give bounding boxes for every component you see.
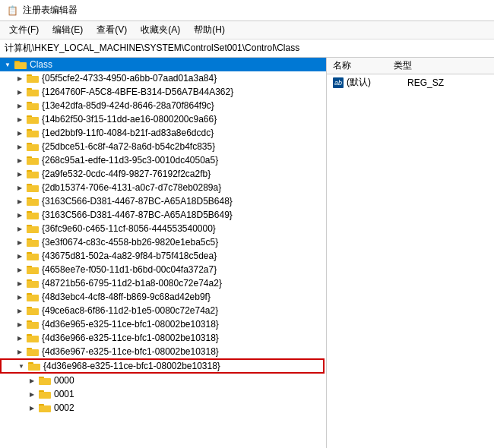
- tree-item-item-18[interactable]: ▶{49ce6ac8-6f86-11d2-b1e5-0080c72e74a2}: [0, 304, 326, 317]
- expand-icon[interactable]: ▶: [14, 308, 26, 314]
- expand-icon[interactable]: ▶: [14, 198, 26, 205]
- expand-icon[interactable]: ▶: [14, 321, 26, 328]
- expand-icon[interactable]: ▶: [14, 130, 26, 137]
- menu-item-v[interactable]: 查看(V): [90, 22, 133, 38]
- tree-item-label: {1264760F-A5C8-4BFE-B314-D56A7B44A362}: [42, 87, 233, 97]
- svg-rect-17: [27, 172, 39, 178]
- tree-item-item-22-0[interactable]: ▶0000: [0, 374, 326, 387]
- svg-rect-23: [27, 213, 39, 219]
- menu-item-e[interactable]: 编辑(E): [46, 22, 89, 38]
- expand-icon[interactable]: ▼: [15, 363, 27, 370]
- folder-icon: [38, 402, 52, 413]
- expand-icon[interactable]: ▶: [14, 349, 26, 355]
- tree-item-label: {4d36e968-e325-11ce-bfc1-08002be10318}: [43, 361, 220, 371]
- svg-rect-37: [27, 308, 39, 315]
- tree-item-item-20[interactable]: ▶{4d36e966-e325-11ce-bfc1-08002be10318}: [0, 331, 326, 345]
- address-bar: 计算机\HKEY_LOCAL_MACHINE\SYSTEM\ControlSet…: [0, 39, 494, 58]
- expand-icon[interactable]: ▶: [14, 103, 26, 109]
- folder-icon: [38, 389, 52, 399]
- svg-rect-7: [27, 103, 39, 110]
- menu-bar: 文件(F)编辑(E)查看(V)收藏夹(A)帮助(H): [0, 21, 494, 39]
- value-name: (默认): [347, 76, 407, 89]
- tree-item-item-22-2[interactable]: ▶0002: [0, 401, 326, 415]
- folder-icon: [26, 100, 40, 111]
- tree-item-label: 0002: [54, 402, 74, 413]
- tree-item-label: {36fc9e60-c465-11cf-8056-444553540000}: [42, 223, 216, 234]
- expand-icon[interactable]: ▶: [14, 335, 26, 342]
- svg-rect-9: [27, 117, 39, 124]
- expand-icon[interactable]: ▶: [14, 116, 26, 123]
- svg-rect-3: [27, 76, 39, 83]
- expand-icon[interactable]: ▶: [14, 89, 26, 96]
- tree-item-item-22-1[interactable]: ▶0001: [0, 387, 326, 401]
- expand-icon[interactable]: ▼: [2, 62, 14, 68]
- svg-rect-35: [27, 295, 39, 301]
- tree-item-item-1[interactable]: ▶{05f5cfe2-4733-4950-a6bb-07aad01a3a84}: [0, 71, 326, 85]
- menu-item-h[interactable]: 帮助(H): [188, 22, 231, 38]
- tree-item-label: {25dbce51-6c8f-4a72-8a6d-b54c2b4fc835}: [42, 141, 215, 152]
- folder-icon: [26, 210, 40, 220]
- folder-icon: [26, 73, 40, 84]
- tree-item-label: {48d3ebc4-4cf8-48ff-b869-9c68ad42eb9f}: [42, 292, 211, 302]
- tree-item-item-6[interactable]: ▶{25dbce51-6c8f-4a72-8a6d-b54c2b4fc835}: [0, 140, 326, 153]
- tree-item-item-15[interactable]: ▶{4658ee7e-f050-11d1-b6bd-00c04fa372a7}: [0, 263, 326, 276]
- svg-rect-31: [27, 267, 39, 274]
- svg-rect-51: [39, 405, 51, 412]
- folder-icon: [26, 182, 40, 193]
- tree-item-item-3[interactable]: ▶{13e42dfa-85d9-424d-8646-28a70f864f9c}: [0, 99, 326, 112]
- svg-rect-13: [27, 144, 39, 151]
- tree-item-item-7[interactable]: ▶{268c95a1-edfe-11d3-95c3-0010dc4050a5}: [0, 153, 326, 167]
- folder-icon: [14, 59, 27, 70]
- expand-icon[interactable]: ▶: [14, 280, 26, 287]
- expand-icon[interactable]: ▶: [14, 171, 26, 178]
- tree-item-item-19[interactable]: ▶{4d36e965-e325-11ce-bfc1-08002be10318}: [0, 317, 326, 331]
- tree-item-item-9[interactable]: ▶{2db15374-706e-4131-a0c7-d7c78eb0289a}: [0, 181, 326, 194]
- folder-icon: [26, 128, 40, 138]
- registry-value-row[interactable]: ab (默认) REG_SZ: [327, 74, 494, 90]
- tree-item-item-4[interactable]: ▶{14b62f50-3f15-11dd-ae16-0800200c9a66}: [0, 112, 326, 126]
- tree-item-label: {4d36e965-e325-11ce-bfc1-08002be10318}: [42, 319, 219, 330]
- expand-icon[interactable]: ▶: [26, 377, 38, 384]
- tree-item-item-21[interactable]: ▶{4d36e967-e325-11ce-bfc1-08002be10318}: [0, 345, 326, 358]
- menu-item-a[interactable]: 收藏夹(A): [135, 22, 186, 38]
- tree-item-item-13[interactable]: ▶{3e3f0674-c83c-4558-bb26-9820e1eba5c5}: [0, 235, 326, 249]
- tree-panel[interactable]: ▼Class▶{05f5cfe2-4733-4950-a6bb-07aad01a…: [0, 58, 327, 448]
- tree-item-item-5[interactable]: ▶{1ed2bbf9-11f0-4084-b21f-ad83a8e6dcdc}: [0, 126, 326, 140]
- folder-icon: [26, 251, 40, 261]
- tree-item-label: {3163C566-D381-4467-87BC-A65A18D5B648}: [42, 196, 233, 207]
- tree-item-item-2[interactable]: ▶{1264760F-A5C8-4BFE-B314-D56A7B44A362}: [0, 85, 326, 99]
- expand-icon[interactable]: ▶: [14, 226, 26, 232]
- tree-item-item-16[interactable]: ▶{48721b56-6795-11d2-b1a8-0080c72e74a2}: [0, 276, 326, 290]
- tree-item-class-root[interactable]: ▼Class: [0, 58, 326, 71]
- tree-item-label: 0001: [54, 389, 74, 399]
- tree-item-label: {3e3f0674-c83c-4558-bb26-9820e1eba5c5}: [42, 237, 218, 248]
- expand-icon[interactable]: ▶: [14, 144, 26, 150]
- expand-icon[interactable]: ▶: [14, 239, 26, 246]
- expand-icon[interactable]: ▶: [26, 405, 38, 412]
- folder-icon: [26, 223, 40, 234]
- col-header-type: 类型: [394, 59, 454, 72]
- tree-item-item-12[interactable]: ▶{36fc9e60-c465-11cf-8056-444553540000}: [0, 222, 326, 235]
- expand-icon[interactable]: ▶: [14, 267, 26, 273]
- expand-icon[interactable]: ▶: [14, 294, 26, 301]
- folder-icon: [26, 292, 40, 302]
- expand-icon[interactable]: ▶: [14, 253, 26, 260]
- tree-item-item-11[interactable]: ▶{3163C566-D381-4467-87BC-A65A18D5B649}: [0, 208, 326, 222]
- folder-icon: [26, 346, 40, 357]
- folder-icon: [26, 305, 40, 316]
- menu-item-f[interactable]: 文件(F): [3, 22, 45, 38]
- folder-icon: [26, 319, 40, 330]
- expand-icon[interactable]: ▶: [26, 391, 38, 398]
- expand-icon[interactable]: ▶: [14, 75, 26, 82]
- tree-item-label: {1ed2bbf9-11f0-4084-b21f-ad83a8e6dcdc}: [42, 128, 214, 138]
- tree-item-item-14[interactable]: ▶{43675d81-502a-4a82-9f84-b75f418c5dea}: [0, 249, 326, 263]
- svg-rect-43: [27, 349, 39, 356]
- tree-item-item-22[interactable]: ▼{4d36e968-e325-11ce-bfc1-08002be10318}: [0, 358, 325, 374]
- tree-item-item-8[interactable]: ▶{2a9fe532-0cdc-44f9-9827-76192f2ca2fb}: [0, 167, 326, 181]
- tree-item-item-17[interactable]: ▶{48d3ebc4-4cf8-48ff-b869-9c68ad42eb9f}: [0, 290, 326, 304]
- expand-icon[interactable]: ▶: [14, 212, 26, 219]
- tree-item-item-10[interactable]: ▶{3163C566-D381-4467-87BC-A65A18D5B648}: [0, 194, 326, 208]
- value-type: REG_SZ: [407, 77, 444, 88]
- expand-icon[interactable]: ▶: [14, 185, 26, 191]
- expand-icon[interactable]: ▶: [14, 157, 26, 164]
